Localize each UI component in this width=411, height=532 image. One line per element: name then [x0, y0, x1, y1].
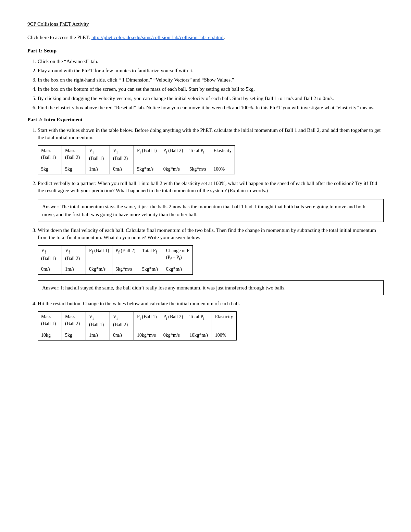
- table-cell: 5kg*m/s: [134, 164, 160, 174]
- table-cell: 5kg*m/s: [139, 264, 163, 275]
- table-cell: 1m/s: [62, 264, 86, 275]
- intro-prefix: Click here to access the PhET:: [27, 35, 91, 40]
- part2-item2-text: Predict verbally to a partner: When you …: [38, 181, 377, 193]
- table-cell: 0m/s: [38, 264, 62, 275]
- table-cell: 0kg*m/s: [86, 264, 112, 275]
- answer-box-1: Answer: The total momentum stays the sam…: [38, 199, 384, 222]
- intro-line: Click here to access the PhET: http://ph…: [27, 34, 384, 41]
- table-cell: 0kg*m/s: [163, 264, 192, 275]
- part2-heading: Part 2: Intro Experiment: [27, 116, 384, 123]
- table-cell: Mass(Ball 2): [62, 146, 86, 164]
- table-cell: Total Pf: [139, 246, 163, 264]
- table-cell: 10kg*m/s: [186, 330, 212, 341]
- table-cell: Mass(Ball 2): [62, 312, 86, 330]
- table-cell: 10kg*m/s: [134, 330, 160, 341]
- table-cell: Mass(Ball 1): [38, 312, 62, 330]
- phet-link[interactable]: http://phet.colorado.edu/sims/collision-…: [91, 35, 224, 40]
- table-cell: Pi (Ball 1): [134, 312, 160, 330]
- table-cell: 10kg: [38, 330, 62, 341]
- table-cell: 5kg: [62, 164, 86, 174]
- table-cell: 5kg*m/s: [112, 264, 139, 275]
- list-item: Click on the “Advanced” tab.: [38, 58, 384, 65]
- list-item: In the box on the bottom of the screen, …: [38, 86, 384, 93]
- part2-item1-text: Start with the values shown in the table…: [38, 127, 381, 140]
- table-cell: 0m/s: [110, 164, 134, 174]
- table-cell: Total Pi: [186, 312, 212, 330]
- part1-list: Click on the “Advanced” tab. Play around…: [38, 58, 384, 111]
- table-cell: Pi (Ball 2): [160, 146, 186, 164]
- table-cell: Vi(Ball 2): [110, 312, 134, 330]
- table-cell: 5kg: [62, 330, 86, 341]
- table2: Vf(Ball 1) Vf(Ball 2) Pf (Ball 1) Pf (Ba…: [38, 245, 193, 274]
- table-cell: Vi(Ball 2): [110, 146, 134, 164]
- table-cell: Elasticity: [212, 312, 236, 330]
- table-cell: Vi(Ball 1): [86, 146, 110, 164]
- table3: Mass(Ball 1) Mass(Ball 2) Vi(Ball 1) Vi(…: [38, 311, 237, 341]
- part2-item3-text: Write down the final velocity of each ba…: [38, 227, 376, 240]
- table-cell: 1m/s: [86, 330, 110, 341]
- table-cell: 100%: [210, 164, 235, 174]
- page-title: 9CP Collisions PhET Activity: [27, 21, 384, 28]
- table-cell: 100%: [212, 330, 236, 341]
- table-cell: Pi (Ball 1): [134, 146, 160, 164]
- part2-list: Start with the values shown in the table…: [38, 127, 384, 341]
- table-cell: Elasticity: [210, 146, 235, 164]
- table1: Mass(Ball 1) Mass(Ball 2) Vi(Ball 1) Vi(…: [38, 145, 235, 174]
- part2-item2: Predict verbally to a partner: When you …: [38, 180, 384, 222]
- table-cell: Pf (Ball 1): [86, 246, 112, 264]
- list-item: By clicking and dragging the velocity ve…: [38, 95, 384, 102]
- answer-box-2: Answer: It had all stayed the same, the …: [38, 280, 384, 296]
- part2-item3: Write down the final velocity of each ba…: [38, 227, 384, 295]
- list-item: In the box on the right-hand side, click…: [38, 76, 384, 84]
- table-cell: Vi(Ball 1): [86, 312, 110, 330]
- table-cell: Mass(Ball 1): [38, 146, 62, 164]
- part1-heading: Part 1: Setup: [27, 47, 384, 54]
- part2-item1: Start with the values shown in the table…: [38, 127, 384, 174]
- table-cell: 0kg*m/s: [160, 330, 186, 341]
- table-cell: Vf(Ball 1): [38, 246, 62, 264]
- table-cell: Total Pi: [186, 146, 210, 164]
- table-cell: 5kg: [38, 164, 62, 174]
- table-cell: 5kg*m/s: [186, 164, 210, 174]
- part2-item4: Hit the restart button. Change to the va…: [38, 300, 384, 341]
- part2-item4-text: Hit the restart button. Change to the va…: [38, 301, 240, 306]
- table-cell: Vf(Ball 2): [62, 246, 86, 264]
- list-item: Play around with the PhET for a few minu…: [38, 67, 384, 74]
- list-item: Find the elasticity box above the red “R…: [38, 104, 384, 111]
- table-cell: Change in P(Pf – Pi): [163, 246, 192, 264]
- table-cell: 0m/s: [110, 330, 134, 341]
- table-cell: 1m/s: [86, 164, 110, 174]
- table-cell: Pi (Ball 2): [160, 312, 186, 330]
- table-cell: Pf (Ball 2): [112, 246, 139, 264]
- table-cell: 0kg*m/s: [160, 164, 186, 174]
